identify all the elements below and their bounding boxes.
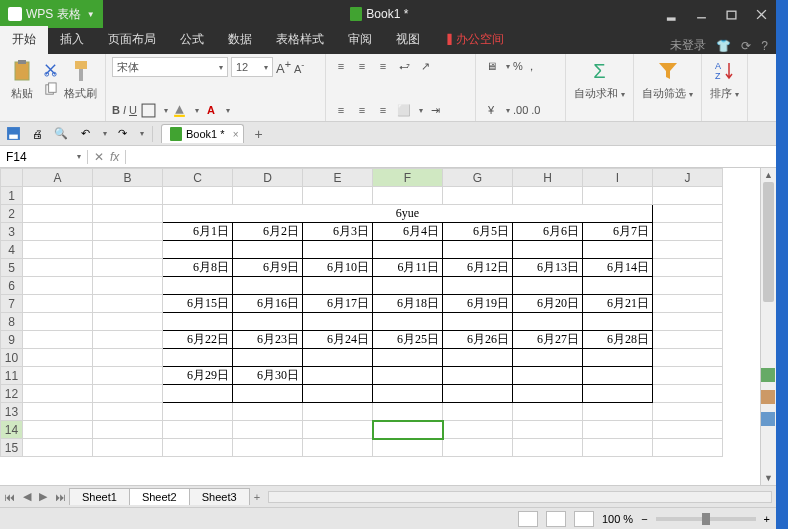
cell[interactable] <box>163 277 233 295</box>
document-tab[interactable]: Book1 * × <box>161 124 244 143</box>
cell[interactable] <box>653 349 723 367</box>
cell[interactable] <box>513 403 583 421</box>
select-all-corner[interactable] <box>1 169 23 187</box>
app-menu-dropdown-icon[interactable]: ▼ <box>87 10 95 19</box>
cell[interactable] <box>653 421 723 439</box>
cell[interactable] <box>443 403 513 421</box>
cell[interactable]: 6月23日 <box>233 331 303 349</box>
cell[interactable]: 6月27日 <box>513 331 583 349</box>
column-header[interactable]: E <box>303 169 373 187</box>
sheet-nav-last-icon[interactable]: ⏭ <box>51 491 70 503</box>
cell[interactable] <box>163 439 233 457</box>
cell[interactable] <box>93 439 163 457</box>
align-bottom-icon[interactable]: ≡ <box>374 57 392 75</box>
cell[interactable] <box>93 421 163 439</box>
tab-office-space[interactable]: ▍办公空间 <box>432 26 516 54</box>
cell[interactable] <box>93 385 163 403</box>
cell[interactable] <box>303 349 373 367</box>
cell[interactable] <box>93 367 163 385</box>
cell[interactable] <box>443 187 513 205</box>
row-header[interactable]: 6 <box>1 277 23 295</box>
wrap-text-icon[interactable]: ⮐ <box>395 57 413 75</box>
cell[interactable] <box>93 277 163 295</box>
column-header[interactable]: G <box>443 169 513 187</box>
cell[interactable] <box>653 259 723 277</box>
column-header[interactable]: A <box>23 169 93 187</box>
cell[interactable] <box>653 313 723 331</box>
cell[interactable] <box>93 223 163 241</box>
cell[interactable] <box>303 439 373 457</box>
zoom-level[interactable]: 100 % <box>602 513 633 525</box>
side-tool-icon[interactable] <box>761 390 775 404</box>
row-header[interactable]: 8 <box>1 313 23 331</box>
vertical-scrollbar[interactable]: ▲ ▼ <box>760 168 776 485</box>
cell[interactable]: 6月2日 <box>233 223 303 241</box>
row-header[interactable]: 12 <box>1 385 23 403</box>
number-format-icon[interactable]: 🖥 <box>482 57 500 75</box>
side-tool-icon[interactable] <box>761 412 775 426</box>
cell[interactable] <box>303 187 373 205</box>
cell[interactable] <box>443 421 513 439</box>
cell[interactable] <box>373 367 443 385</box>
cell[interactable] <box>233 385 303 403</box>
cell[interactable] <box>23 241 93 259</box>
cell[interactable] <box>303 403 373 421</box>
cell[interactable] <box>583 385 653 403</box>
cell[interactable] <box>653 277 723 295</box>
column-header[interactable]: B <box>93 169 163 187</box>
cut-button[interactable] <box>41 60 59 78</box>
increase-font-icon[interactable]: A+ <box>276 58 291 76</box>
cell[interactable]: 6月25日 <box>373 331 443 349</box>
cell[interactable] <box>513 313 583 331</box>
cell[interactable] <box>513 187 583 205</box>
scroll-thumb[interactable] <box>763 182 774 302</box>
cell[interactable] <box>233 241 303 259</box>
cell[interactable] <box>163 403 233 421</box>
font-size-select[interactable]: 12▾ <box>231 57 273 77</box>
cell[interactable] <box>303 385 373 403</box>
autosum-button[interactable]: Σ 自动求和▾ <box>572 57 627 101</box>
tab-view[interactable]: 视图 <box>384 26 432 54</box>
cell[interactable] <box>373 403 443 421</box>
cell[interactable] <box>93 331 163 349</box>
cell[interactable] <box>233 313 303 331</box>
tab-formula[interactable]: 公式 <box>168 26 216 54</box>
cell[interactable]: 6月17日 <box>303 295 373 313</box>
cell[interactable] <box>23 367 93 385</box>
align-center-icon[interactable]: ≡ <box>353 101 371 119</box>
cell[interactable]: 6月28日 <box>583 331 653 349</box>
zoom-in-icon[interactable]: + <box>764 513 770 525</box>
align-top-icon[interactable]: ≡ <box>332 57 350 75</box>
cell[interactable] <box>373 349 443 367</box>
cell[interactable] <box>23 385 93 403</box>
align-right-icon[interactable]: ≡ <box>374 101 392 119</box>
row-header[interactable]: 9 <box>1 331 23 349</box>
merge-cells-icon[interactable]: ⬜ <box>395 101 413 119</box>
cell[interactable]: 6月20日 <box>513 295 583 313</box>
cell[interactable]: 6月8日 <box>163 259 233 277</box>
cell[interactable]: 6月11日 <box>373 259 443 277</box>
horizontal-scrollbar[interactable] <box>268 491 772 503</box>
login-status[interactable]: 未登录 <box>670 37 706 54</box>
cell[interactable]: 6月24日 <box>303 331 373 349</box>
view-page-icon[interactable] <box>546 511 566 527</box>
cell[interactable] <box>93 241 163 259</box>
indent-icon[interactable]: ⇥ <box>426 101 444 119</box>
close-tab-icon[interactable]: × <box>233 129 239 140</box>
cell[interactable] <box>23 439 93 457</box>
cell[interactable]: 6月16日 <box>233 295 303 313</box>
cell[interactable] <box>163 241 233 259</box>
cell[interactable] <box>443 367 513 385</box>
row-header[interactable]: 15 <box>1 439 23 457</box>
row-header[interactable]: 7 <box>1 295 23 313</box>
align-left-icon[interactable]: ≡ <box>332 101 350 119</box>
scroll-up-icon[interactable]: ▲ <box>761 168 776 182</box>
column-header[interactable]: I <box>583 169 653 187</box>
cell[interactable] <box>233 403 303 421</box>
cell[interactable] <box>93 295 163 313</box>
cell[interactable] <box>93 403 163 421</box>
cell[interactable]: 6月22日 <box>163 331 233 349</box>
border-button[interactable] <box>140 101 158 119</box>
cell[interactable] <box>233 349 303 367</box>
cell[interactable] <box>163 349 233 367</box>
